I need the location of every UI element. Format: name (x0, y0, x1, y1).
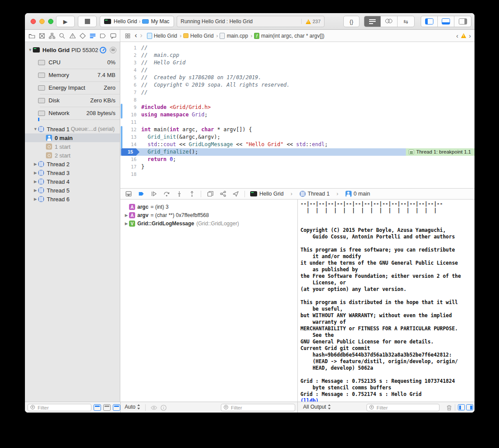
scheme-selector[interactable]: Hello Grid › My Mac (100, 16, 174, 27)
breakpoint-navigator-icon[interactable] (99, 32, 107, 39)
hide-debug-button[interactable] (125, 190, 132, 198)
toggle-inspector-button[interactable] (454, 16, 471, 27)
quicklook-eye-button[interactable] (150, 404, 157, 411)
code-line-13[interactable]: 13 Grid_init(&argc,&argv); (120, 133, 475, 141)
jump-bar-item[interactable]: main(int argc, char * argv[]) (261, 33, 325, 39)
disclosure-triangle[interactable]: ▼ (33, 127, 38, 131)
project-navigator-icon[interactable] (28, 32, 35, 39)
forward-button[interactable]: › (140, 32, 142, 39)
step-into-button[interactable] (175, 190, 183, 198)
issue-navigator-icon[interactable] (69, 32, 76, 39)
issues-badge[interactable]: 237 (301, 19, 321, 24)
clear-console-button[interactable] (445, 404, 453, 411)
print-description-button[interactable] (160, 404, 167, 411)
code-line-10[interactable]: 10using namespace Grid; (120, 111, 475, 119)
debug-navigator-icon[interactable] (89, 32, 97, 39)
breakpoint-indicator[interactable]: 15 (121, 148, 140, 156)
variable-row[interactable]: ▶Aargv= (char **) 0x7ffeefbff568 (120, 211, 297, 219)
console-scope-selector[interactable]: All Output (303, 404, 331, 410)
stop-button[interactable] (78, 16, 97, 27)
run-button[interactable]: ▶ (56, 16, 75, 27)
gauge-row-cpu[interactable]: CPU0% (25, 56, 120, 69)
toggle-debug-area-button[interactable] (438, 16, 454, 27)
code-line-1[interactable]: 1// (120, 44, 475, 52)
gauge-toggle-icon[interactable] (100, 47, 106, 53)
thread-row[interactable]: ▶Thread 4 (25, 177, 120, 186)
breakpoints-toggle-button[interactable] (137, 190, 145, 198)
toggle-navigator-button[interactable] (421, 16, 438, 27)
disclosure-triangle[interactable]: ▶ (124, 221, 129, 226)
disclosure-triangle[interactable]: ▶ (33, 197, 38, 201)
debug-breadcrumb-item[interactable]: 0 main (345, 191, 370, 197)
disclosure-triangle[interactable]: ▶ (33, 179, 38, 184)
code-line-11[interactable]: 11 (120, 119, 475, 126)
code-line-6[interactable]: 6// Copyright © 2019 sopa. All rights re… (120, 81, 475, 89)
disclosure-triangle[interactable]: ▶ (33, 162, 38, 166)
code-line-8[interactable]: 8 (120, 96, 475, 104)
warning-icon[interactable] (461, 33, 466, 38)
library-button[interactable]: {} (343, 16, 359, 27)
stack-frame-row[interactable]: 1 start (25, 142, 120, 151)
filter-threads-icon[interactable] (110, 47, 116, 53)
thread-row[interactable]: ▶Thread 2 (25, 160, 120, 168)
toggle-console-button[interactable] (466, 404, 473, 410)
memory-graph-button[interactable] (219, 190, 227, 198)
debug-breadcrumb-item[interactable]: Thread 1 (300, 191, 330, 197)
gauge-row-disk[interactable]: DiskZero KB/s (25, 94, 120, 107)
view-mode-ui-icon[interactable] (113, 404, 120, 411)
location-button[interactable] (232, 190, 239, 198)
stack-frame-row[interactable]: 2 start (25, 151, 120, 160)
disclosure-triangle[interactable]: ▶ (33, 171, 38, 175)
close-window-button[interactable] (31, 19, 36, 24)
zoom-window-button[interactable] (48, 19, 53, 24)
view-mode-group-icon[interactable] (103, 404, 111, 411)
toggle-variables-view-button[interactable] (458, 404, 465, 410)
code-line-9[interactable]: 9#include <Grid/Grid.h> (120, 104, 475, 111)
code-line-12[interactable]: 12int main(int argc, char * argv[]) { (120, 126, 475, 133)
thread-row[interactable]: ▼Thread 1 Queue:...d (serial) (25, 125, 120, 133)
source-control-navigator-icon[interactable] (38, 32, 45, 39)
source-editor[interactable]: 1//2// main.cpp3// Hello Grid4//5// Crea… (120, 42, 475, 188)
code-line-16[interactable]: 16 return 0; (120, 156, 475, 163)
code-line-3[interactable]: 3// Hello Grid (120, 59, 475, 66)
code-line-18[interactable]: 18 (120, 171, 475, 178)
variable-row[interactable]: ▶VGrid::GridLogMessage(Grid::GridLogger) (120, 220, 297, 228)
thread-row[interactable]: ▶Thread 5 (25, 186, 120, 195)
jump-bar-item[interactable]: Hello Grid (154, 33, 177, 39)
thread-row[interactable]: ▶Thread 3 (25, 168, 120, 177)
stack-frame-row[interactable]: 0 main (25, 133, 120, 142)
code-line-14[interactable]: 14 std::cout << GridLogMessage << "Hello… (120, 141, 475, 148)
version-editor-button[interactable]: ⇆ (398, 16, 414, 27)
assistant-editor-button[interactable] (381, 16, 398, 27)
code-line-4[interactable]: 4// (120, 66, 475, 74)
console-pane[interactable]: --|--|--|--|--|--|--|--|--|--|--|--|--|-… (297, 200, 475, 402)
disclosure-triangle[interactable]: ▶ (33, 188, 38, 192)
breakpoint-annotation[interactable]: Thread 1: breakpoint 1.1 (406, 148, 475, 156)
test-navigator-icon[interactable] (79, 32, 86, 39)
report-navigator-icon[interactable] (109, 32, 117, 39)
jump-bar-item[interactable]: main.cpp (227, 33, 248, 39)
code-line-2[interactable]: 2// main.cpp (120, 52, 475, 59)
step-over-button[interactable] (163, 190, 170, 198)
step-out-button[interactable] (188, 190, 195, 198)
thread-row[interactable]: ▶Thread 6 (25, 195, 120, 203)
gauge-row-memory[interactable]: Memory7.4 MB (25, 69, 120, 81)
code-line-15[interactable]: Grid_finalize();15Thread 1: breakpoint 1… (120, 148, 475, 156)
code-line-5[interactable]: 5// Created by s1786208 on 17/03/2019. (120, 74, 475, 81)
back-button[interactable]: ‹ (135, 32, 137, 39)
gauge-row-energy-impact[interactable]: Energy ImpactZero (25, 81, 120, 94)
disclosure-triangle[interactable]: ▶ (124, 213, 129, 217)
standard-editor-button[interactable] (364, 16, 381, 27)
process-row[interactable]: ▼Hello Grid PID 55302 (25, 46, 120, 54)
console-filter-field[interactable]: Filter (366, 404, 440, 411)
minimize-window-button[interactable] (39, 19, 45, 24)
view-debugger-button[interactable] (206, 190, 214, 198)
variables-filter-field[interactable]: Filter (221, 404, 295, 411)
jump-bar-item[interactable]: Hello Grid (190, 33, 213, 39)
symbol-navigator-icon[interactable] (49, 32, 56, 39)
find-navigator-icon[interactable] (59, 32, 66, 39)
navigator-filter-field[interactable]: Filter (28, 404, 91, 411)
continue-button[interactable] (150, 190, 157, 198)
view-mode-flat-icon[interactable] (94, 404, 101, 411)
debug-breadcrumb-item[interactable]: Hello Grid (250, 191, 284, 197)
